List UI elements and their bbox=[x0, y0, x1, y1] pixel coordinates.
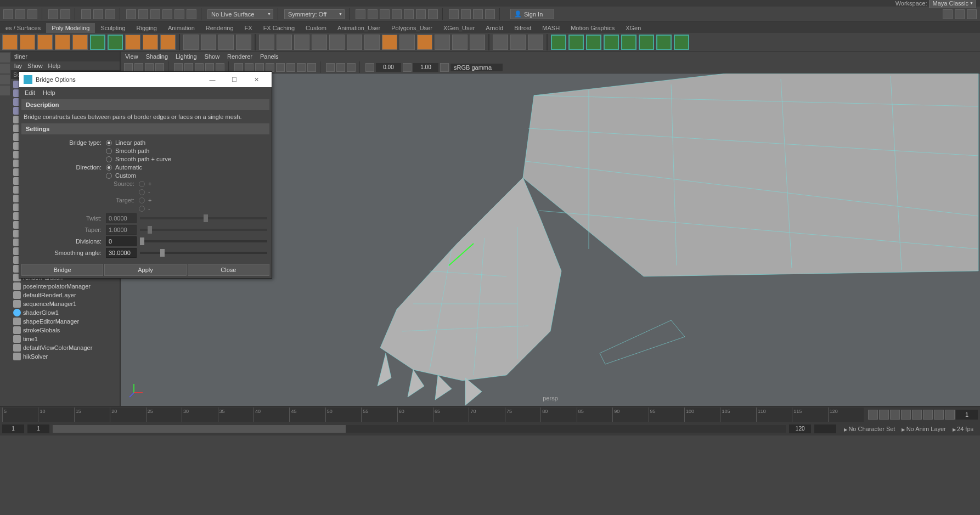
vp-film-icon[interactable] bbox=[184, 63, 193, 72]
triangulate-icon[interactable] bbox=[382, 35, 397, 50]
tab-bifrost[interactable]: Bifrost bbox=[509, 23, 537, 33]
tab-animation[interactable]: Animation bbox=[162, 23, 200, 33]
vp-bookmark-icon[interactable] bbox=[145, 63, 154, 72]
tree-item[interactable]: shapeEditorManager bbox=[11, 317, 120, 326]
vp-camera-icon[interactable] bbox=[134, 63, 143, 72]
tab-motion-graphics[interactable]: Motion Graphics bbox=[565, 23, 620, 33]
close-icon[interactable]: ✕ bbox=[245, 72, 267, 87]
animlayer-status[interactable]: No Anim Layer bbox=[902, 426, 945, 432]
svg-icon[interactable] bbox=[160, 35, 176, 50]
vp-ao-icon[interactable] bbox=[286, 63, 295, 72]
graph-icon[interactable] bbox=[392, 9, 402, 19]
poly-disc-icon[interactable] bbox=[108, 35, 123, 50]
vp-motion-icon[interactable] bbox=[297, 63, 306, 72]
vp-image-icon[interactable] bbox=[155, 63, 164, 72]
tab-rendering[interactable]: Rendering bbox=[200, 23, 239, 33]
poly-sphere-icon[interactable] bbox=[2, 35, 18, 50]
range-track[interactable] bbox=[53, 425, 786, 433]
cleanup-icon[interactable] bbox=[452, 35, 468, 50]
vp-aa-icon[interactable] bbox=[307, 63, 316, 72]
tab-animation-user[interactable]: Animation_User bbox=[332, 23, 386, 33]
tab-fx-caching[interactable]: FX Caching bbox=[258, 23, 300, 33]
tab-arnold[interactable]: Arnold bbox=[480, 23, 509, 33]
view-menu[interactable]: View bbox=[125, 53, 138, 60]
platonic-icon[interactable] bbox=[125, 35, 140, 50]
tree-item[interactable]: shaderGlow1 bbox=[11, 308, 120, 317]
vp-xray-icon[interactable] bbox=[336, 63, 345, 72]
automatic-radio[interactable] bbox=[106, 165, 112, 171]
go-end-icon[interactable] bbox=[945, 410, 955, 420]
select-icon[interactable] bbox=[81, 9, 91, 19]
show-menu[interactable]: Show bbox=[205, 53, 220, 60]
outliner-show-menu[interactable]: Show bbox=[27, 63, 43, 69]
tree-item[interactable]: hikSolver bbox=[11, 352, 120, 361]
playback-icon[interactable] bbox=[428, 9, 438, 19]
vp-gamma-field[interactable]: 1.00 bbox=[413, 63, 438, 72]
divisions-field[interactable] bbox=[106, 236, 137, 246]
description-section[interactable]: Description bbox=[21, 99, 269, 110]
offset-edge-icon[interactable] bbox=[621, 35, 637, 50]
output-icon[interactable] bbox=[380, 9, 390, 19]
outliner-help-menu[interactable]: Help bbox=[48, 63, 61, 69]
key-icon[interactable] bbox=[416, 9, 426, 19]
quad-icon[interactable] bbox=[399, 35, 415, 50]
poly-plane-icon[interactable] bbox=[90, 35, 105, 50]
tab-sculpting[interactable]: Sculpting bbox=[95, 23, 131, 33]
pivot-icon[interactable] bbox=[183, 35, 199, 50]
play-fwd-icon[interactable] bbox=[912, 410, 922, 420]
range-out-field[interactable]: 120 bbox=[789, 425, 811, 433]
origin-icon[interactable] bbox=[236, 35, 251, 50]
play-back-icon[interactable] bbox=[901, 410, 911, 420]
lighting-menu[interactable]: Lighting bbox=[176, 53, 197, 60]
tree-item[interactable]: poseInterpolatorManager bbox=[11, 282, 120, 291]
current-frame-field[interactable]: 1 bbox=[956, 410, 978, 420]
tab-custom[interactable]: Custom bbox=[300, 23, 332, 33]
redo-icon[interactable] bbox=[60, 9, 70, 19]
tab-rigging[interactable]: Rigging bbox=[131, 23, 162, 33]
smoothing-field[interactable] bbox=[106, 248, 137, 258]
target-weld-icon[interactable] bbox=[568, 35, 584, 50]
bridge-icon[interactable] bbox=[510, 35, 526, 50]
vp-colorspace-dropdown[interactable]: sRGB gamma bbox=[450, 64, 503, 71]
live-surface-dropdown[interactable]: No Live Surface bbox=[207, 9, 273, 19]
tab-xgen[interactable]: XGen bbox=[620, 23, 646, 33]
mirror-icon[interactable] bbox=[312, 35, 327, 50]
vp-joint-icon[interactable] bbox=[347, 63, 356, 72]
append-icon[interactable] bbox=[528, 35, 543, 50]
tree-item[interactable]: strokeGlobals bbox=[11, 326, 120, 335]
vp-shadow-icon[interactable] bbox=[276, 63, 285, 72]
lasso-icon[interactable] bbox=[93, 9, 103, 19]
boolean-icon[interactable] bbox=[294, 35, 309, 50]
undo-icon[interactable] bbox=[48, 9, 58, 19]
signin-button[interactable]: 👤 Sign In bbox=[510, 9, 554, 19]
tab-fx[interactable]: FX bbox=[239, 23, 258, 33]
axis-gizmo-icon[interactable] bbox=[128, 382, 145, 398]
insert-edge-icon[interactable] bbox=[604, 35, 619, 50]
crease-icon[interactable] bbox=[656, 35, 672, 50]
bridge-button[interactable]: Bridge bbox=[21, 264, 103, 276]
render-globals-icon[interactable] bbox=[473, 9, 483, 19]
tab-mash[interactable]: MASH bbox=[537, 23, 565, 33]
tab-polygons-user[interactable]: Polygons_User bbox=[386, 23, 438, 33]
fps-status[interactable]: 24 fps bbox=[953, 426, 973, 432]
sculpt-icon[interactable] bbox=[435, 35, 450, 50]
dialog-help-menu[interactable]: Help bbox=[43, 89, 55, 96]
step-back-key-icon[interactable] bbox=[879, 410, 889, 420]
edge-flow-icon[interactable] bbox=[493, 35, 508, 50]
go-start-icon[interactable] bbox=[868, 410, 878, 420]
tree-item[interactable]: sequenceManager1 bbox=[11, 299, 120, 308]
minimize-icon[interactable]: — bbox=[201, 72, 223, 87]
pause-icon[interactable] bbox=[485, 9, 495, 19]
combine-icon[interactable] bbox=[259, 35, 274, 50]
move-tool-icon[interactable] bbox=[0, 64, 10, 73]
timeline-ruler[interactable]: 5101520253035404550556065707580859095100… bbox=[2, 408, 864, 422]
vp-light-icon[interactable] bbox=[266, 63, 274, 72]
new-icon[interactable] bbox=[3, 9, 13, 19]
tree-item[interactable]: time1 bbox=[11, 335, 120, 343]
panels-menu[interactable]: Panels bbox=[260, 53, 279, 60]
soft-icon[interactable] bbox=[218, 35, 234, 50]
tab-poly-modeling[interactable]: Poly Modeling bbox=[46, 23, 95, 33]
linear-path-radio[interactable] bbox=[106, 140, 112, 146]
snap-curve-icon[interactable] bbox=[138, 9, 148, 19]
quad-draw-icon[interactable] bbox=[674, 35, 689, 50]
